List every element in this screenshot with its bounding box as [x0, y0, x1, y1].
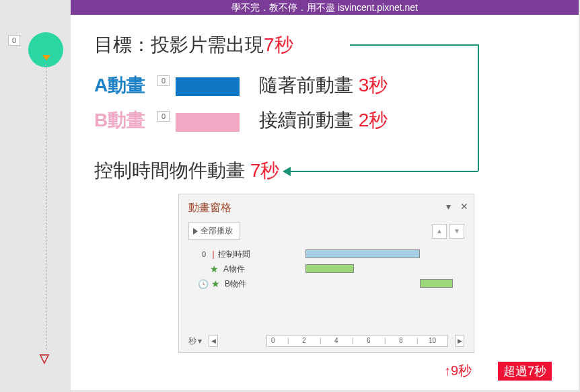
animation-pane: 動畫窗格 ▾ ✕ 全部播放 ▲ ▼ 0 ❘ 控制時間 ★: [178, 194, 474, 353]
timeline-row[interactable]: 🕓 ★ B物件: [198, 276, 464, 291]
pane-menu-icon[interactable]: ▾: [446, 201, 451, 212]
timeline-start-marker[interactable]: [28, 32, 63, 67]
bracket-bottom: [289, 171, 478, 172]
anim-b-swatch: [176, 113, 240, 132]
move-up-button[interactable]: ▲: [432, 224, 447, 239]
over-seven-badge: 超過7秒: [498, 362, 552, 381]
handle-badge-3: 0: [157, 111, 170, 122]
marker-icon: ❘: [210, 249, 214, 259]
anim-b-desc: 接續前動畫 2秒: [259, 108, 388, 133]
star-icon: ★: [211, 278, 221, 289]
handle-badge-1: 0: [8, 35, 20, 46]
time-ruler[interactable]: 0 | 2 | 4 | 6 | 8 | 10: [266, 335, 448, 347]
time-scale: 秒 ▾ ◀ 0 | 2 | 4 | 6 | 8 | 10 ▶: [188, 335, 464, 347]
timeline-row[interactable]: 0 ❘ 控制時間: [198, 247, 464, 262]
goal-time: 7秒: [264, 34, 293, 55]
control-text: 控制時間物件動畫 7秒: [94, 158, 279, 184]
handle-badge-2: 0: [157, 75, 170, 86]
timeline-track: [46, 64, 46, 350]
timeline-list: 0 ❘ 控制時間 ★ A物件 🕓 ★ B物件: [179, 243, 474, 291]
nine-sec-indicator: ↑9秒: [444, 362, 472, 380]
bracket-top: [350, 44, 478, 46]
play-icon: [193, 228, 198, 235]
anim-b-label: B動畫: [94, 108, 145, 133]
timeline-end-icon: ▽: [40, 351, 49, 366]
play-all-button[interactable]: 全部播放: [188, 222, 240, 240]
scroll-left-button[interactable]: ◀: [209, 335, 218, 347]
bracket-right: [478, 44, 479, 171]
bar-a[interactable]: [305, 264, 354, 273]
pane-close-icon[interactable]: ✕: [460, 201, 468, 212]
move-down-button[interactable]: ▼: [449, 224, 464, 239]
anim-a-swatch: [176, 77, 240, 96]
editor-canvas: 0 ▽ 學不完．教不停．用不盡 isvincent.pixnet.net 目標：…: [0, 0, 580, 392]
scale-unit[interactable]: 秒 ▾: [188, 336, 202, 347]
scroll-right-button[interactable]: ▶: [455, 335, 464, 347]
bar-b[interactable]: [420, 279, 453, 288]
goal-text: 目標：投影片需出現7秒: [94, 32, 293, 58]
star-icon: ★: [210, 264, 219, 274]
bar-control[interactable]: [305, 249, 420, 258]
anim-a-label: A動畫: [94, 73, 145, 98]
anim-a-desc: 隨著前動畫 3秒: [259, 73, 388, 98]
pane-title: 動畫窗格: [179, 194, 474, 219]
start-arrow-icon: [42, 55, 50, 61]
slide-titlebar: 學不完．教不停．用不盡 isvincent.pixnet.net: [71, 0, 579, 15]
timeline-row[interactable]: ★ A物件: [198, 262, 464, 276]
clock-icon: 🕓: [198, 279, 207, 289]
goal-prefix: 目標：投影片需出現: [94, 34, 264, 55]
bracket-arrow-icon: [283, 167, 291, 176]
